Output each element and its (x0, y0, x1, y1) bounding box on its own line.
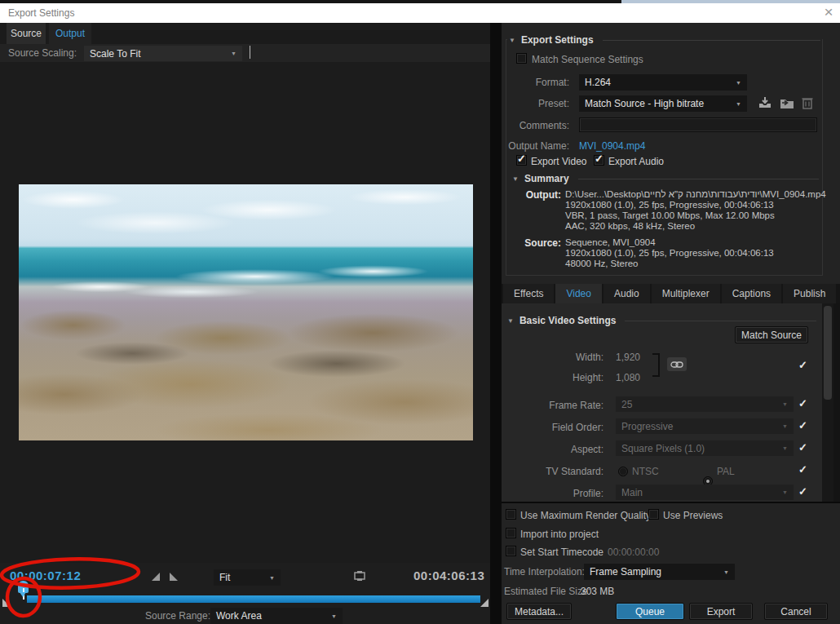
chevron-down-icon: ▼ (718, 569, 729, 575)
comments-input[interactable] (579, 117, 817, 132)
field-order-select[interactable]: Progressive ▼ (616, 418, 794, 434)
disclosure-triangle-icon: ▼ (509, 37, 515, 44)
close-icon[interactable]: × (819, 3, 838, 21)
tab-audio[interactable]: Audio (603, 284, 650, 303)
basic-video-settings-header[interactable]: ▼ Basic Video Settings (507, 315, 816, 326)
set-out-point-icon[interactable] (170, 573, 178, 581)
pal-label: PAL (717, 466, 735, 477)
chevron-down-icon: ▼ (264, 575, 275, 581)
chevron-down-icon: ▼ (731, 101, 741, 107)
metadata-button[interactable]: Metadata... (506, 603, 572, 620)
disclosure-triangle-icon: ▼ (512, 175, 519, 183)
dimension-bracket (652, 353, 660, 377)
preview-area (0, 62, 490, 563)
export-video-label: Export Video (531, 156, 587, 167)
set-in-point-icon[interactable] (152, 573, 160, 581)
aspect-select[interactable]: Square Pixels (1.0) ▼ (616, 440, 794, 456)
summary-header[interactable]: ▼ Summary (512, 173, 819, 184)
set-start-timecode-label: Set Start Timecode (520, 547, 603, 558)
video-panel-scrollbar-thumb[interactable] (824, 306, 832, 400)
basic-video-settings-panel: ▼ Basic Video Settings Match Source Widt… (502, 303, 822, 502)
output-name-label: Output Name: (496, 140, 569, 152)
height-label: Height: (514, 372, 603, 383)
profile-label: Profile: (514, 488, 603, 499)
work-area-right-handle[interactable] (480, 599, 489, 607)
summary-line: 48000 Hz, Stereo (565, 259, 774, 269)
dimensions-enabled-check[interactable]: ✓ (798, 359, 807, 371)
field-order-enabled-check[interactable]: ✓ (798, 419, 807, 431)
crop-output-icon[interactable] (352, 570, 367, 582)
queue-button[interactable]: Queue (616, 603, 684, 620)
profile-enabled-check[interactable]: ✓ (798, 485, 807, 498)
export-settings-header[interactable]: ▼ Export Settings (507, 34, 822, 46)
work-area-left-handle[interactable] (2, 599, 11, 607)
output-name-link[interactable]: MVI_0904.mp4 (579, 140, 645, 152)
save-preset-icon[interactable] (758, 95, 774, 110)
import-preset-icon[interactable] (779, 95, 795, 110)
source-scaling-select[interactable]: Scale To Fit ▼ (84, 46, 242, 61)
chevron-down-icon: ▼ (731, 80, 741, 86)
set-start-timecode-checkbox[interactable] (506, 546, 516, 556)
panel-divider (490, 23, 502, 624)
frame-rate-enabled-check[interactable]: ✓ (798, 397, 807, 409)
use-max-render-checkbox[interactable] (506, 509, 516, 520)
frame-rate-select[interactable]: 25 ▼ (616, 396, 794, 412)
export-audio-checkbox[interactable]: ✓ (594, 155, 604, 166)
ntsc-label: NTSC (632, 466, 659, 477)
use-previews-label: Use Previews (663, 510, 723, 521)
tab-video[interactable]: Video (555, 284, 601, 303)
import-into-project-checkbox[interactable] (506, 528, 516, 538)
chevron-down-icon: ▼ (777, 489, 788, 495)
format-select[interactable]: H.264 ▼ (579, 74, 747, 91)
match-sequence-checkbox[interactable] (516, 53, 527, 64)
ntsc-radio[interactable] (618, 467, 628, 476)
comments-label: Comments: (496, 120, 569, 131)
chevron-down-icon: ▼ (777, 445, 788, 451)
time-interpolation-select[interactable]: Frame Sampling ▼ (584, 564, 735, 580)
start-timecode-value[interactable]: 00:00:00:00 (608, 547, 659, 558)
aspect-enabled-check[interactable]: ✓ (798, 441, 807, 454)
source-range-select[interactable]: Work Area ▼ (210, 608, 343, 624)
export-video-checkbox[interactable]: ✓ (516, 155, 527, 166)
import-into-project-label: Import into project (520, 529, 599, 540)
delete-preset-icon[interactable] (801, 95, 814, 110)
chevron-down-icon: ▼ (777, 423, 788, 429)
window-title: Export Settings (8, 7, 74, 19)
tab-output[interactable]: Output (49, 23, 91, 44)
zoom-fit-select[interactable]: Fit ▼ (214, 569, 281, 586)
use-max-render-label: Use Maximum Render Quality (520, 510, 651, 521)
timeline-scrubber[interactable] (27, 595, 480, 603)
cancel-button[interactable]: Cancel (764, 603, 828, 620)
source-scaling-row: Source Scaling: Scale To Fit ▼ (0, 44, 490, 62)
summary-source-lines: Sequence, MVI_0904 1920x1080 (1.0), 25 f… (565, 237, 774, 269)
check-icon: ✓ (595, 155, 603, 163)
tab-captions[interactable]: Captions (722, 284, 781, 303)
tab-effects[interactable]: Effects (503, 284, 554, 303)
summary-line: 1920x1080 (1.0), 25 fps, Progressive, 00… (565, 200, 826, 210)
use-previews-checkbox[interactable] (648, 509, 659, 520)
tab-multiplexer[interactable]: Multiplexer (652, 284, 720, 303)
video-preview-frame[interactable] (19, 184, 473, 440)
chevron-down-icon: ▼ (226, 51, 237, 56)
summary-source-label: Source: (496, 237, 561, 249)
match-source-button[interactable]: Match Source (735, 326, 808, 343)
tab-source[interactable]: Source (7, 23, 46, 44)
profile-select[interactable]: Main ▼ (616, 485, 794, 500)
duration-timecode: 00:04:06:13 (413, 569, 484, 582)
tab-publish[interactable]: Publish (783, 284, 836, 303)
preset-select[interactable]: Match Source - High bitrate ▼ (579, 95, 747, 112)
height-value[interactable]: 1,080 (616, 372, 640, 383)
estimated-size-label: Estimated File Size: (504, 586, 590, 597)
link-dimensions-icon[interactable] (667, 357, 687, 371)
transport-bar: 00:00:07:12 Fit ▼ 00:04:06:13 Source Ran… (0, 563, 490, 624)
preview-tab-row: Source Output (0, 23, 490, 44)
source-scaling-label: Source Scaling: (8, 47, 77, 59)
playhead-marker[interactable] (18, 581, 29, 593)
bottom-options-section: Use Maximum Render Quality Use Previews … (502, 502, 840, 624)
estimated-size-value: 303 MB (581, 586, 614, 597)
format-label: Format: (496, 77, 569, 88)
tv-standard-enabled-check[interactable]: ✓ (798, 463, 807, 476)
width-value[interactable]: 1,920 (616, 352, 640, 363)
export-button[interactable]: Export (689, 603, 753, 620)
export-audio-label: Export Audio (608, 156, 664, 167)
